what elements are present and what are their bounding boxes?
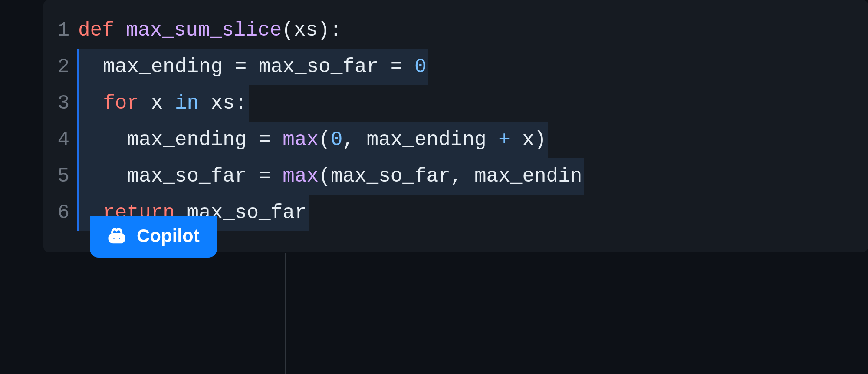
code-content[interactable]: max_ending = max_so_far = 0 bbox=[78, 49, 428, 85]
token: max_ending bbox=[79, 129, 259, 151]
code-content[interactable]: def max_sum_slice(xs): bbox=[78, 12, 342, 49]
code-editor[interactable]: 1def max_sum_slice(xs):2 max_ending = ma… bbox=[43, 0, 868, 252]
token bbox=[271, 129, 283, 151]
suggestion-marker bbox=[77, 195, 79, 231]
token: (xs): bbox=[282, 19, 342, 42]
code-content[interactable]: max_so_far = max(max_so_far, max_endin bbox=[78, 158, 584, 195]
vertical-divider bbox=[285, 253, 286, 374]
code-line[interactable]: 1def max_sum_slice(xs): bbox=[43, 12, 868, 49]
token: max_so_far bbox=[247, 56, 390, 78]
copilot-icon bbox=[105, 225, 128, 247]
token: x bbox=[139, 92, 175, 115]
token: max_ending bbox=[79, 56, 235, 78]
token: in bbox=[175, 92, 199, 115]
token: 0 bbox=[331, 129, 343, 151]
token: max bbox=[283, 165, 319, 188]
suggestion-marker bbox=[77, 85, 79, 122]
token bbox=[402, 56, 414, 78]
svg-point-1 bbox=[112, 237, 115, 240]
svg-point-2 bbox=[118, 237, 121, 240]
token: for bbox=[103, 92, 139, 115]
token: x) bbox=[510, 129, 546, 151]
token: (max_so_far, max_endin bbox=[319, 165, 582, 188]
copilot-badge[interactable]: Copilot bbox=[90, 216, 217, 258]
token bbox=[271, 165, 283, 188]
svg-rect-0 bbox=[108, 233, 125, 244]
token: = bbox=[391, 56, 403, 78]
suggestion-marker bbox=[77, 122, 79, 158]
token: = bbox=[259, 165, 271, 188]
outer-gutter bbox=[0, 0, 43, 374]
code-line[interactable]: 4 max_ending = max(0, max_ending + x) bbox=[43, 122, 868, 158]
token: = bbox=[235, 56, 247, 78]
suggestion-marker bbox=[77, 49, 79, 85]
code-line[interactable]: 5 max_so_far = max(max_so_far, max_endin bbox=[43, 158, 868, 195]
line-number: 2 bbox=[43, 56, 78, 78]
token bbox=[79, 92, 103, 115]
line-number: 6 bbox=[43, 202, 78, 224]
code-line[interactable]: 2 max_ending = max_so_far = 0 bbox=[43, 49, 868, 85]
token: xs: bbox=[199, 92, 247, 115]
line-number: 1 bbox=[43, 19, 78, 42]
token: = bbox=[259, 129, 271, 151]
token: ( bbox=[319, 129, 331, 151]
suggestion-bg: max_so_far = max(max_so_far, max_endin bbox=[79, 158, 584, 195]
line-number: 5 bbox=[43, 165, 78, 188]
copilot-label: Copilot bbox=[137, 225, 200, 246]
token: + bbox=[498, 129, 510, 151]
token: def bbox=[78, 19, 126, 42]
token: , max_ending bbox=[342, 129, 498, 151]
code-area[interactable]: 1def max_sum_slice(xs):2 max_ending = ma… bbox=[43, 0, 868, 231]
token: 0 bbox=[414, 56, 427, 78]
suggestion-marker bbox=[77, 158, 79, 195]
line-number: 3 bbox=[43, 92, 78, 115]
code-content[interactable]: max_ending = max(0, max_ending + x) bbox=[78, 122, 548, 158]
token: max_sum_slice bbox=[126, 19, 282, 42]
suggestion-bg: max_ending = max_so_far = 0 bbox=[79, 49, 428, 85]
code-line[interactable]: 3 for x in xs: bbox=[43, 85, 868, 122]
suggestion-bg: for x in xs: bbox=[79, 85, 249, 122]
token: max_so_far bbox=[79, 165, 259, 188]
token: max bbox=[283, 129, 319, 151]
line-number: 4 bbox=[43, 129, 78, 151]
code-content[interactable]: for x in xs: bbox=[78, 85, 249, 122]
suggestion-bg: max_ending = max(0, max_ending + x) bbox=[79, 122, 548, 158]
